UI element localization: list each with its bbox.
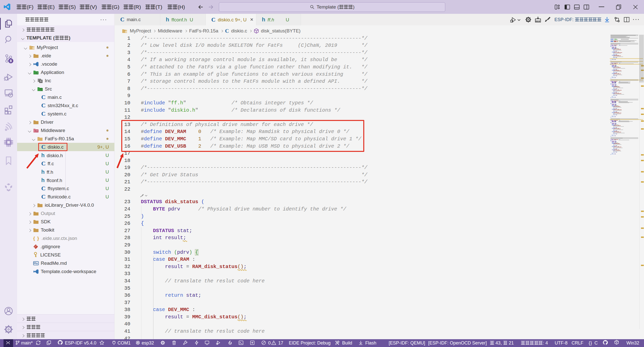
svg-text:8: 8 [10, 59, 12, 63]
